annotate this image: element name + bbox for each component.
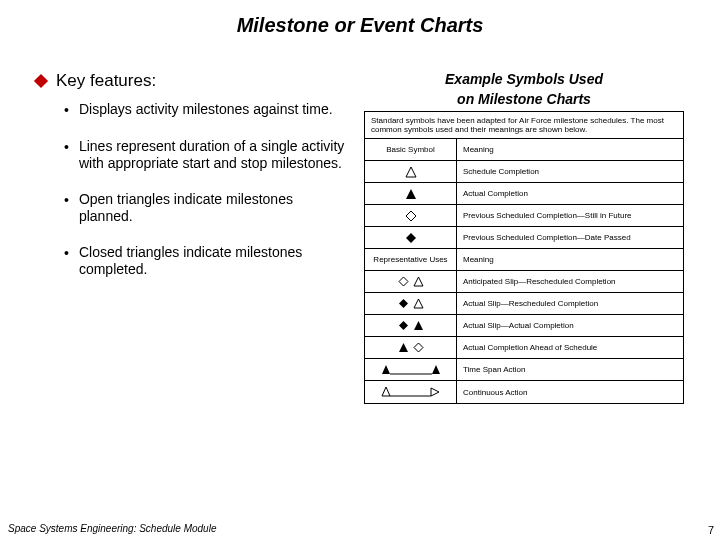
slide-body: Key features: •Displays activity milesto… — [0, 47, 720, 404]
table-row: Anticipated Slip—Rescheduled Completion — [365, 271, 683, 293]
slide-title: Milestone or Event Charts — [0, 0, 720, 47]
header-meaning: Meaning — [457, 139, 683, 160]
svg-marker-7 — [414, 299, 423, 308]
meaning-cell: Actual Completion — [457, 183, 683, 204]
meaning-cell: Schedule Completion — [457, 161, 683, 182]
diamond-open-icon — [413, 342, 424, 353]
meaning-cell: Time Span Action — [457, 359, 683, 380]
symbol-cell — [365, 271, 457, 292]
bullet-text: Open triangles indicate milestones plann… — [79, 191, 346, 226]
bullet-list: •Displays activity milestones against ti… — [64, 101, 346, 279]
triangle-up-filled-icon — [413, 320, 424, 331]
svg-marker-8 — [399, 321, 408, 330]
bullet-icon: • — [64, 244, 69, 279]
bullet-icon: • — [64, 101, 69, 120]
diamond-bullet-icon — [34, 74, 48, 88]
meaning-cell: Previous Scheduled Completion—Date Passe… — [457, 227, 683, 248]
example-title-line1: Example Symbols Used — [364, 71, 684, 87]
diamond-open-icon — [398, 276, 409, 287]
meaning-cell: Actual Completion Ahead of Schedule — [457, 337, 683, 358]
table-header-row: Basic Symbol Meaning — [365, 139, 683, 161]
right-column: Example Symbols Used on Milestone Charts… — [364, 71, 684, 404]
example-title-line2: on Milestone Charts — [364, 91, 684, 107]
meaning-cell: Actual Slip—Actual Completion — [457, 315, 683, 336]
list-item: •Displays activity milestones against ti… — [64, 101, 346, 120]
svg-marker-14 — [432, 365, 440, 374]
continuous-icon — [381, 386, 441, 398]
meaning-cell: Actual Slip—Rescheduled Completion — [457, 293, 683, 314]
bullet-text: Lines represent duration of a single act… — [79, 138, 346, 173]
table-row: Actual Completion — [365, 183, 683, 205]
symbol-cell — [365, 293, 457, 314]
bullet-icon: • — [64, 191, 69, 226]
symbol-cell — [365, 381, 457, 403]
symbol-cell — [365, 161, 457, 182]
table-header-row: Representative Uses Meaning — [365, 249, 683, 271]
svg-marker-10 — [399, 343, 408, 352]
diamond-filled-icon — [398, 320, 409, 331]
svg-marker-4 — [399, 277, 408, 286]
table-row: Actual Completion Ahead of Schedule — [365, 337, 683, 359]
triangle-up-open-icon — [405, 166, 417, 178]
bullet-text: Closed triangles indicate milestones com… — [79, 244, 346, 279]
header-representative-uses: Representative Uses — [365, 249, 457, 270]
triangle-up-open-icon — [413, 298, 424, 309]
table-row: Time Span Action — [365, 359, 683, 381]
svg-marker-5 — [414, 277, 423, 286]
symbol-cell — [365, 337, 457, 358]
svg-marker-2 — [406, 211, 416, 221]
table-row: Previous Scheduled Completion—Still in F… — [365, 205, 683, 227]
diamond-filled-icon — [405, 232, 417, 244]
svg-marker-9 — [414, 321, 423, 330]
svg-marker-12 — [382, 365, 390, 374]
header-meaning: Meaning — [457, 249, 683, 270]
table-row: Previous Scheduled Completion—Date Passe… — [365, 227, 683, 249]
key-features-label: Key features: — [56, 71, 156, 91]
symbol-cell — [365, 183, 457, 204]
symbol-cell — [365, 359, 457, 380]
svg-marker-1 — [406, 189, 416, 199]
symbol-cell — [365, 315, 457, 336]
meaning-cell: Previous Scheduled Completion—Still in F… — [457, 205, 683, 226]
table-row: Continuous Action — [365, 381, 683, 403]
diamond-filled-icon — [398, 298, 409, 309]
timespan-icon — [381, 364, 441, 376]
symbol-table: Standard symbols have been adapted for A… — [364, 111, 684, 404]
svg-marker-3 — [406, 233, 416, 243]
svg-marker-6 — [399, 299, 408, 308]
triangle-up-filled-icon — [398, 342, 409, 353]
bullet-text: Displays activity milestones against tim… — [79, 101, 333, 120]
diamond-open-icon — [405, 210, 417, 222]
list-item: •Open triangles indicate milestones plan… — [64, 191, 346, 226]
table-row: Actual Slip—Rescheduled Completion — [365, 293, 683, 315]
footer-left: Space Systems Engineering: Schedule Modu… — [8, 523, 216, 534]
table-intro: Standard symbols have been adapted for A… — [365, 112, 683, 139]
triangle-up-open-icon — [413, 276, 424, 287]
triangle-up-filled-icon — [405, 188, 417, 200]
meaning-cell: Continuous Action — [457, 381, 683, 403]
header-basic-symbol: Basic Symbol — [365, 139, 457, 160]
symbol-cell — [365, 227, 457, 248]
bullet-icon: • — [64, 138, 69, 173]
list-item: •Lines represent duration of a single ac… — [64, 138, 346, 173]
key-features-heading: Key features: — [36, 71, 346, 91]
svg-marker-11 — [414, 343, 423, 352]
meaning-cell: Anticipated Slip—Rescheduled Completion — [457, 271, 683, 292]
symbol-cell — [365, 205, 457, 226]
table-row: Actual Slip—Actual Completion — [365, 315, 683, 337]
svg-marker-15 — [382, 387, 390, 396]
page-number: 7 — [708, 524, 714, 536]
svg-marker-0 — [406, 167, 416, 177]
list-item: •Closed triangles indicate milestones co… — [64, 244, 346, 279]
left-column: Key features: •Displays activity milesto… — [36, 71, 346, 404]
svg-marker-17 — [431, 388, 439, 396]
table-row: Schedule Completion — [365, 161, 683, 183]
